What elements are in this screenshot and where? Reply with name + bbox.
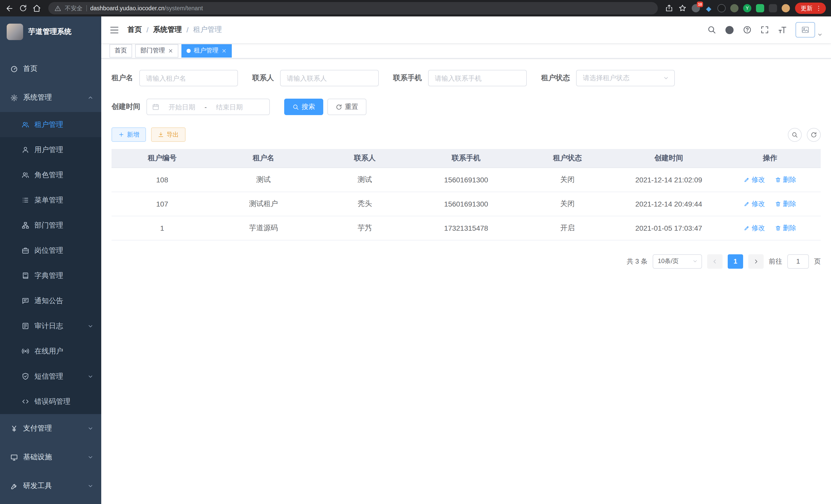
extension-icon[interactable]: 10 <box>692 4 700 12</box>
breadcrumb-separator: / <box>187 26 189 34</box>
table-row: 1 芋道源码 芋艿 17321315478 开启 2021-01-05 17:0… <box>112 216 821 240</box>
sidebar-item-online-users[interactable]: 在线用户 <box>0 338 101 364</box>
sidebar-item-dept-management[interactable]: 部门管理 <box>0 213 101 238</box>
share-icon[interactable] <box>665 4 673 12</box>
edit-button[interactable]: 修改 <box>744 223 765 233</box>
navbar-actions <box>707 22 823 37</box>
sidebar-item-dict-management[interactable]: 字典管理 <box>0 263 101 288</box>
tab-close-icon[interactable] <box>222 48 227 53</box>
sidebar-item-user-management[interactable]: 用户管理 <box>0 137 101 162</box>
edit-button[interactable]: 修改 <box>744 175 765 184</box>
sidebar-item-payment-management[interactable]: 支付管理 <box>0 414 101 443</box>
cell-status: 关闭 <box>517 191 618 216</box>
export-button[interactable]: 导出 <box>151 127 185 142</box>
sidebar-item-home[interactable]: 首页 <box>0 55 101 83</box>
sidebar-item-tenant-management[interactable]: 租户管理 <box>0 112 101 137</box>
tab-dept-management[interactable]: 部门管理 <box>135 44 178 57</box>
mobile-input[interactable] <box>428 70 527 86</box>
cell-status: 开启 <box>517 216 618 240</box>
tab-close-icon[interactable] <box>168 48 173 53</box>
sidebar-item-post-management[interactable]: 岗位管理 <box>0 238 101 263</box>
page-size-select[interactable]: 10条/页 <box>653 254 702 268</box>
total-count: 共 3 条 <box>627 257 648 266</box>
add-button[interactable]: 新增 <box>112 127 146 142</box>
delete-button[interactable]: 删除 <box>775 175 796 184</box>
sidebar-item-label: 通知公告 <box>34 296 93 305</box>
start-date-input[interactable] <box>163 103 201 111</box>
header-search-icon[interactable] <box>707 25 716 34</box>
extension-icon[interactable] <box>730 4 739 12</box>
download-icon <box>158 131 164 138</box>
fullscreen-icon[interactable] <box>760 25 769 34</box>
prev-page-button[interactable] <box>707 254 722 268</box>
breadcrumb-system[interactable]: 系统管理 <box>153 25 182 34</box>
broken-image-icon <box>801 26 809 34</box>
delete-button[interactable]: 删除 <box>775 223 796 233</box>
tab-home[interactable]: 首页 <box>110 44 132 57</box>
toggle-search-button[interactable] <box>788 128 802 142</box>
browser-menu-icon[interactable]: ⋮ <box>814 5 823 11</box>
sidebar-item-notice[interactable]: 通知公告 <box>0 288 101 314</box>
column-header-contact[interactable]: 联系人 <box>314 149 416 168</box>
create-time-label: 创建时间 <box>112 102 140 112</box>
edit-button[interactable]: 修改 <box>744 199 765 208</box>
next-page-button[interactable] <box>748 254 764 268</box>
create-time-range-picker[interactable]: - <box>146 99 270 115</box>
avatar-extension-icon[interactable] <box>782 4 790 12</box>
chevron-left-icon <box>712 258 718 264</box>
search-button-label: 搜索 <box>302 102 315 112</box>
contact-input[interactable] <box>280 70 379 86</box>
add-button-label: 新增 <box>127 130 139 139</box>
app-logo[interactable]: 芋道管理系统 <box>0 17 101 47</box>
reset-button[interactable]: 重置 <box>327 99 366 115</box>
goto-page-input[interactable] <box>787 254 809 268</box>
search-button[interactable]: 搜索 <box>284 99 323 115</box>
edit-label: 修改 <box>752 175 765 184</box>
browser-reload-icon[interactable] <box>19 4 27 12</box>
sidebar-item-sms-management[interactable]: 短信管理 <box>0 364 101 389</box>
sidebar-item-dev-tools[interactable]: 研发工具 <box>0 472 101 500</box>
sidebar-item-infrastructure[interactable]: 基础设施 <box>0 443 101 472</box>
browser-update-button[interactable]: 更新 ⋮ <box>795 3 826 14</box>
column-header-create-time[interactable]: 创建时间 <box>618 149 719 168</box>
column-header-name[interactable]: 租户名 <box>213 149 314 168</box>
collapse-sidebar-icon[interactable] <box>110 25 119 35</box>
address-bar[interactable]: 不安全 dashboard.yudao.iocoder.cn/system/te… <box>48 2 658 14</box>
sidebar-item-label: 在线用户 <box>34 347 93 356</box>
column-header-mobile[interactable]: 联系手机 <box>416 149 517 168</box>
user-avatar-menu[interactable] <box>796 22 823 37</box>
goto-label: 前往 <box>769 257 782 266</box>
browser-back-icon[interactable] <box>5 4 14 12</box>
column-header-id[interactable]: 租户编号 <box>112 149 213 168</box>
extension-icon[interactable] <box>705 4 713 12</box>
extension-icon[interactable]: Y <box>743 4 751 12</box>
sidebar-item-menu-management[interactable]: 菜单管理 <box>0 187 101 213</box>
sidebar-item-audit-log[interactable]: 审计日志 <box>0 314 101 338</box>
extension-icon[interactable] <box>756 4 764 12</box>
puzzle-extension-icon[interactable] <box>769 4 777 12</box>
filter-row-2: 创建时间 - 搜索 重置 <box>112 99 821 115</box>
chevron-down-icon <box>87 373 93 379</box>
extension-icon[interactable] <box>717 4 726 12</box>
browser-home-icon[interactable] <box>32 4 41 12</box>
end-date-input[interactable] <box>210 103 249 111</box>
bookmark-star-icon[interactable] <box>678 4 687 12</box>
font-size-icon[interactable] <box>778 25 787 35</box>
delete-label: 删除 <box>783 175 796 184</box>
breadcrumb-home[interactable]: 首页 <box>127 25 142 34</box>
refresh-table-button[interactable] <box>807 128 821 142</box>
tenant-status-select[interactable]: 请选择租户状态 <box>576 70 675 86</box>
tenant-name-input[interactable] <box>139 70 238 86</box>
column-header-status[interactable]: 租户状态 <box>517 149 618 168</box>
sidebar-item-error-code[interactable]: 错误码管理 <box>0 389 101 414</box>
help-icon[interactable] <box>743 25 752 34</box>
calendar-icon <box>152 103 159 111</box>
tab-tenant-management[interactable]: 租户管理 <box>181 44 232 57</box>
sidebar-item-role-management[interactable]: 角色管理 <box>0 162 101 187</box>
sidebar-item-system-management[interactable]: 系统管理 <box>0 83 101 112</box>
page-number-button[interactable]: 1 <box>728 254 743 268</box>
github-icon[interactable] <box>725 25 735 35</box>
delete-button[interactable]: 删除 <box>775 199 796 208</box>
sidebar-item-label: 部门管理 <box>34 221 93 230</box>
tenant-status-placeholder: 请选择租户状态 <box>583 73 630 83</box>
